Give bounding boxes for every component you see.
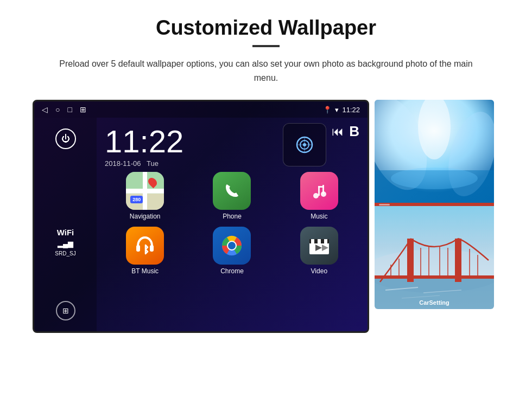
wallpaper-panel: CarSetting [375,100,494,309]
video-icon [300,227,338,265]
video-label: Video [311,267,327,275]
status-bar: ◁ ○ □ ⊞ 📍 ▾ 11:22 [34,101,368,118]
clock-day-value: Tue [147,159,159,168]
menu-nav-icon[interactable]: ⊞ [80,105,86,114]
app-item-btmusic[interactable]: BT Music [105,227,185,275]
location-icon: 📍 [323,106,332,114]
music-prev-button[interactable]: ⏮ [332,125,344,139]
page-title: Customized Wallpaper [156,16,376,40]
wifi-signal-bars: ▂▄▆ [58,239,73,249]
app-item-music[interactable]: Music [279,172,359,220]
center-area: 11:22 2018-11-06 Tue [97,118,368,331]
power-button[interactable]: ⏻ [55,129,76,149]
wifi-widget: WiFi ▂▄▆ SRD_SJ [55,227,75,258]
clock-date-value: 2018-11-06 [105,159,141,168]
music-controls: ⏮ B [332,123,359,140]
app-item-video[interactable]: Video [279,227,359,275]
app-item-chrome[interactable]: Chrome [192,227,272,275]
svg-rect-11 [150,245,154,252]
phone-icon [213,172,251,210]
chrome-icon [213,227,251,265]
screen-content: ⏻ WiFi ▂▄▆ SRD_SJ ⊞ 11:22 [34,118,368,331]
wallpaper-golden-gate[interactable]: CarSetting [375,206,494,309]
apps-grid-button[interactable]: ⊞ [56,301,75,320]
cast-widget[interactable] [283,123,326,166]
left-sidebar: ⏻ WiFi ▂▄▆ SRD_SJ ⊞ [34,118,97,331]
app-item-navigation[interactable]: 280 Navigation [105,172,185,220]
navigation-icon: 280 [126,172,164,210]
phone-label: Phone [223,213,242,220]
android-screen: ◁ ○ □ ⊞ 📍 ▾ 11:22 ⏻ WiFi [33,100,369,333]
clock-time: 11:22 [105,126,277,157]
svg-rect-20 [324,239,327,243]
page-container: Customized Wallpaper Preload over 5 defa… [0,0,532,411]
svg-rect-10 [136,245,140,252]
clock-date: 2018-11-06 Tue [105,159,277,168]
signal-icon: ▾ [335,106,339,114]
wifi-label: WiFi [57,227,74,238]
app-item-phone[interactable]: Phone [192,172,272,220]
page-description: Preload over 5 default wallpaper options… [54,57,478,85]
top-row: 11:22 2018-11-06 Tue [105,123,359,168]
carsetting-label: CarSetting [375,299,494,306]
device-wrapper: ◁ ○ □ ⊞ 📍 ▾ 11:22 ⏻ WiFi [33,100,499,333]
status-bar-left: ◁ ○ □ ⊞ [42,105,86,114]
wifi-ssid: SRD_SJ [55,250,75,258]
chrome-label: Chrome [220,267,244,275]
apps-grid: 280 Navigation Phone [105,172,359,275]
music-app-letter: B [349,123,359,140]
svg-rect-18 [311,239,314,243]
status-bar-right: 📍 ▾ 11:22 [323,106,360,114]
back-nav-icon[interactable]: ◁ [42,105,48,114]
status-time: 11:22 [342,106,360,114]
navigation-label: Navigation [130,213,161,220]
svg-point-29 [391,168,478,189]
svg-rect-19 [318,239,321,243]
title-divider [252,45,280,47]
svg-rect-9 [318,186,324,188]
btmusic-icon [126,227,164,265]
music-label: Music [311,213,327,220]
svg-rect-43 [375,275,494,279]
music-icon [300,172,338,210]
clock-widget: 11:22 2018-11-06 Tue [105,123,277,168]
recents-nav-icon[interactable]: □ [67,105,72,114]
svg-point-14 [228,242,236,249]
home-nav-icon[interactable]: ○ [55,105,60,114]
btmusic-label: BT Music [131,267,159,275]
svg-point-5 [313,193,319,198]
wallpaper-ice-cave[interactable] [375,100,494,203]
